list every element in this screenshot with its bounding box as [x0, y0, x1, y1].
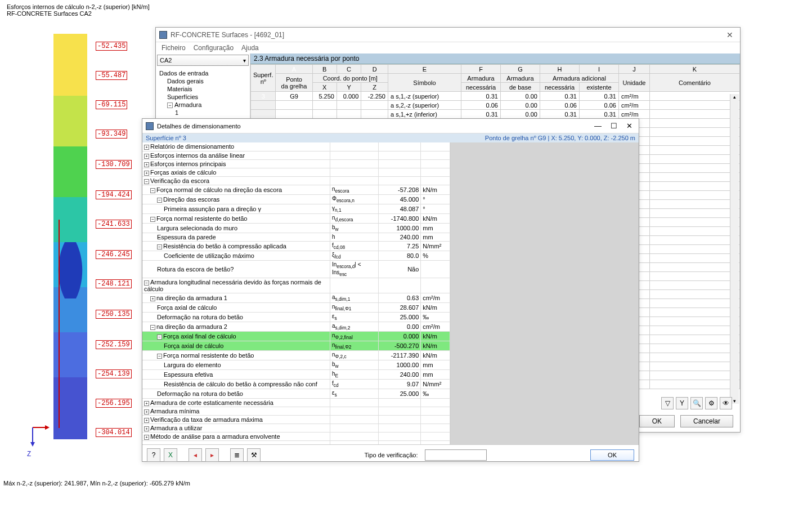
contour-value: -52.435 [96, 42, 127, 51]
detail-row[interactable]: −Verificação da escora [142, 176, 450, 185]
close-icon[interactable]: ✕ [623, 122, 635, 130]
minimize-icon[interactable]: — [591, 122, 604, 130]
detail-row[interactable]: −Força axial final de cálculonΦ,2,final0… [142, 331, 450, 341]
maximize-icon[interactable]: ☐ [608, 122, 620, 130]
contour-value: -252.159 [96, 340, 132, 349]
menu-config[interactable]: Configuração [194, 44, 234, 52]
detail-row[interactable]: Primeira assunção para a direção γγn,148… [142, 204, 450, 213]
contour-value: -69.115 [96, 100, 127, 109]
details-titlebar[interactable]: Detalhes de dimensionamento — ☐ ✕ [142, 119, 639, 133]
detail-row[interactable]: +Armadura mínima [142, 407, 450, 415]
contour-value: -130.709 [96, 160, 132, 169]
tree-armadura[interactable]: −Armadura [159, 101, 246, 109]
contour-value: -93.349 [96, 130, 127, 139]
menu-help[interactable]: Ajuda [241, 44, 259, 52]
viewport-footer: Máx n-2,-z (superior): 241.987, Mín n-2,… [3, 480, 190, 487]
detail-row[interactable]: −Força normal resistente do betãonΦ,2,c-… [142, 350, 450, 360]
window-title: RF-CONCRETE Surfaces - [4692_01] [171, 31, 284, 39]
detail-row[interactable]: −Resistência do betão à compressão aplic… [142, 241, 450, 251]
menu-file[interactable]: Ficheiro [161, 44, 186, 52]
svg-rect-2 [53, 146, 87, 197]
tree-item[interactable]: Materiais [159, 85, 246, 93]
svg-marker-12 [30, 442, 35, 447]
tree-item[interactable]: Dados gerais [159, 77, 246, 85]
detail-row[interactable]: Rotura da escora de betão?Inescora,d| < … [142, 260, 450, 278]
filter-icon[interactable]: ▽ [661, 397, 674, 409]
detail-row[interactable]: +Armadura de corte estaticamente necessá… [142, 398, 450, 407]
detail-row[interactable] [142, 440, 450, 444]
contour-value: -250.135 [96, 310, 132, 319]
svg-rect-0 [53, 34, 87, 96]
prev-icon[interactable]: ◂ [189, 448, 202, 462]
detail-row[interactable]: Resistência de cálculo do betão à compre… [142, 379, 450, 389]
contour-value: -304.014 [96, 428, 132, 437]
detail-row[interactable]: Força axial de cálculonfinal,Φ128.607kN/… [142, 302, 450, 312]
contour-plot: -52.435-55.487-69.115-93.349-130.709-194… [28, 34, 141, 462]
tree-root[interactable]: Dados de entrada [159, 69, 246, 77]
window-titlebar[interactable]: RF-CONCRETE Surfaces - [4692_01] ✕ [156, 28, 740, 42]
detail-row[interactable]: +na direção da armadura 1as,dim,10.63cm²… [142, 293, 450, 302]
case-dropdown[interactable]: CA2 [157, 55, 249, 66]
table-row[interactable]: a s,2,-z (superior)0.060.000.060.06cm²/m [251, 101, 740, 110]
table-row[interactable]: 3G95.2500.000-2.250 a s,1,-z (superior)0… [251, 92, 740, 101]
detail-row[interactable]: Força axial de cálculonfinal,Φ2-500.270k… [142, 341, 450, 350]
contour-value: -256.195 [96, 399, 132, 408]
binoculars-icon[interactable]: 🔍 [690, 397, 703, 409]
tree-item[interactable]: Superfícies [159, 93, 246, 101]
app-icon [146, 122, 154, 130]
help-icon[interactable]: ? [147, 448, 160, 462]
detail-row[interactable]: −Armadura longitudinal necessária devido… [142, 278, 450, 293]
app-icon [159, 31, 167, 39]
detail-row[interactable]: −Força normal de cálculo na direção da e… [142, 185, 450, 194]
contour-shape [53, 34, 93, 462]
detail-row[interactable]: −Direção das escorasΦescora,n45.000° [142, 194, 450, 204]
ok-button[interactable]: OK [639, 415, 675, 427]
contour-value: -241.633 [96, 220, 132, 229]
menubar: Ficheiro Configuração Ajuda [156, 42, 740, 54]
contour-value: -55.487 [96, 71, 127, 80]
detail-row[interactable]: Largura selecionada do murobw1000.00mm [142, 223, 450, 233]
viewport-caption: Esforços internos de cálculo n-2,-z (sup… [7, 3, 150, 17]
detail-row[interactable]: Espessura efetivahE240.00mm [142, 369, 450, 379]
detail-row[interactable]: +Forças axiais de cálculo [142, 168, 450, 176]
ok-button[interactable]: OK [590, 449, 634, 461]
config-icon[interactable]: ⚒ [247, 448, 261, 462]
section-header: 2.3 Armadura necessária por ponto [250, 54, 740, 64]
detail-row[interactable]: +Verificação da taxa de armadura máxima [142, 415, 450, 424]
detail-row[interactable]: Largura do elementobw1000.00mm [142, 360, 450, 369]
details-tree[interactable]: +Relatório de dimensionamento+Esforços i… [142, 142, 451, 444]
sort-icon[interactable]: Y [676, 397, 688, 409]
scrollbar[interactable] [730, 94, 739, 404]
contour-value: -246.245 [96, 250, 132, 259]
tree-armadura-child[interactable]: 1 [159, 109, 246, 117]
detail-row[interactable]: −na direção da armadura 2as,dim,20.00cm²… [142, 322, 450, 331]
toolbar-icons: ▽ Y 🔍 ⚙ 👁 [661, 397, 732, 409]
detail-row[interactable]: Coeficiente de utilização máximoξfcd80.0… [142, 251, 450, 260]
axis-z-label: Z [27, 451, 31, 458]
detail-row[interactable]: Espessura da paredeh240.00mm [142, 233, 450, 241]
contour-value: -254.139 [96, 369, 132, 378]
detail-row[interactable]: +Esforços internos da análise linear [142, 151, 450, 159]
eye-icon[interactable]: 👁 [720, 397, 732, 409]
svg-marker-10 [45, 425, 50, 430]
settings-icon[interactable]: ⚙ [705, 397, 717, 409]
detail-row[interactable]: +Armadura a utilizar [142, 424, 450, 432]
next-icon[interactable]: ▸ [205, 448, 219, 462]
detail-row[interactable]: +Relatório de dimensionamento [142, 142, 450, 151]
contour-value: -194.424 [96, 190, 132, 199]
detail-row[interactable]: Deformação na rotura do betãoεs25.000‰ [142, 389, 450, 398]
detail-row[interactable]: +Método de análise para a armadura envol… [142, 432, 450, 440]
verification-select[interactable] [425, 449, 487, 461]
preview-pane [451, 142, 639, 444]
detail-row[interactable]: +Esforços internos principais [142, 159, 450, 168]
list-icon[interactable]: ≣ [230, 448, 244, 462]
detail-row[interactable]: Deformação na rotura do betãoεs25.000‰ [142, 312, 450, 322]
cancel-button[interactable]: Cancelar [680, 415, 733, 427]
detail-row[interactable]: −Força normal resistente do betãond,esco… [142, 213, 450, 223]
details-window: Detalhes de dimensionamento — ☐ ✕ Superf… [142, 118, 639, 462]
details-info-row: Superfície nº 3Ponto de grelha nº G9 | X… [142, 133, 639, 142]
table-row[interactable]: a s,1,+z (inferior)0.310.000.310.31cm²/m [251, 110, 740, 119]
excel-icon[interactable]: X [164, 448, 177, 462]
close-icon[interactable]: ✕ [723, 30, 737, 39]
details-title: Detalhes de dimensionamento [157, 123, 241, 130]
